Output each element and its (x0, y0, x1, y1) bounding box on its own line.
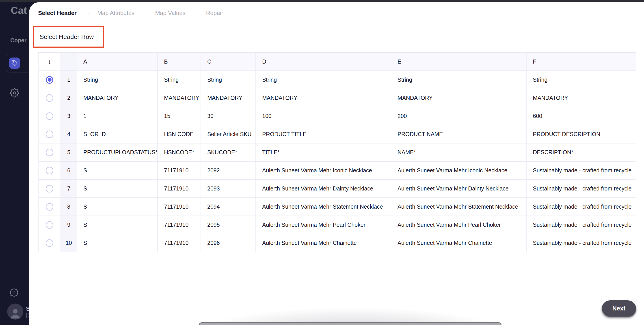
row-select-cell (38, 234, 61, 252)
table-row: 311530100200600 (38, 107, 636, 125)
row-number: 5 (61, 143, 77, 161)
table-cell: S (77, 198, 158, 216)
row-number: 4 (61, 125, 77, 143)
table-cell: HSNCODE* (158, 143, 201, 161)
table-cell: Sustainably made - crafted from recycle (526, 162, 636, 179)
table-cell: DESCRIPTION* (526, 143, 636, 161)
table-cell: String (256, 71, 391, 89)
breadcrumb: Select Header → Map Attributes → Map Val… (38, 9, 223, 16)
table-cell: Aulerth Suneet Varma Mehr Iconic Necklac… (391, 162, 526, 179)
arrow-right-icon: → (84, 9, 90, 16)
breadcrumb-step-select-header[interactable]: Select Header (38, 10, 77, 16)
table-cell: HSN CODE (158, 125, 201, 143)
column-header-d: D (256, 53, 391, 70)
gear-icon (10, 88, 19, 98)
table-cell: Aulerth Suneet Varma Mehr Pearl Choker (256, 216, 391, 234)
table-cell: String (158, 71, 201, 89)
footer-divider (29, 290, 644, 290)
sidebar-divider (6, 29, 19, 29)
row-radio[interactable] (46, 221, 53, 229)
table-cell: Sustainably made - crafted from recycle (526, 234, 636, 252)
row-select-cell (38, 107, 61, 125)
row-number: 1 (61, 71, 77, 89)
table-cell: 100 (256, 107, 391, 125)
table-cell: 15 (158, 107, 201, 125)
page-title-highlight-box: Select Header Row (33, 26, 104, 48)
table-row: 6S711719102092Aulerth Suneet Varma Mehr … (38, 162, 636, 180)
column-header-b: B (158, 53, 201, 70)
row-radio[interactable] (46, 167, 53, 174)
table-cell: Aulerth Suneet Varma Mehr Dainty Necklac… (391, 180, 526, 197)
table-cell: S (77, 162, 158, 179)
row-radio[interactable] (46, 130, 53, 138)
row-radio[interactable] (46, 149, 53, 156)
table-cell: 71171910 (158, 162, 201, 179)
row-number: 6 (61, 162, 77, 179)
table-cell: Sustainably made - crafted from recycle (526, 180, 636, 197)
table-cell: S (77, 180, 158, 197)
table-cell: 2095 (201, 216, 256, 234)
row-radio[interactable] (46, 203, 53, 211)
table-cell: String (391, 71, 526, 89)
table-cell: String (77, 71, 158, 89)
table-cell: 600 (526, 107, 636, 125)
table-cell: 200 (391, 107, 526, 125)
sidebar-divider (6, 78, 19, 78)
tag-icon (9, 57, 20, 69)
row-select-cell (38, 89, 61, 107)
row-select-cell (38, 162, 61, 179)
page-title: Select Header Row (40, 33, 94, 40)
table-cell: PRODUCT NAME (391, 125, 526, 143)
next-button[interactable]: Next (602, 300, 636, 317)
table-cell: PRODUCTUPLOADSTATUS* (77, 143, 158, 161)
row-radio[interactable] (46, 239, 53, 247)
breadcrumb-step-map-attributes[interactable]: Map Attributes (97, 10, 134, 16)
column-header-e: E (391, 53, 526, 70)
table-cell: 71171910 (158, 198, 201, 216)
sidebar-user[interactable]: S [D (7, 304, 31, 320)
table-row: 8S711719102094Aulerth Suneet Varma Mehr … (38, 198, 636, 216)
row-radio[interactable] (46, 112, 53, 120)
table-cell: PRODUCT DESCRIPTION (526, 125, 636, 143)
row-radio-selected[interactable] (46, 76, 53, 84)
table-row: 10S711719102096Aulerth Suneet Varma Mehr… (38, 234, 636, 252)
table-cell: S (77, 234, 158, 252)
table-cell: MANDATORY (158, 89, 201, 107)
table-row: 1StringStringStringStringStringString (38, 71, 636, 89)
table-row: 2MANDATORYMANDATORYMANDATORYMANDATORYMAN… (38, 89, 636, 107)
chat-bubble-icon (9, 287, 19, 298)
arrow-right-icon: → (193, 9, 199, 16)
table-cell: MANDATORY (201, 89, 256, 107)
row-select-cell (38, 71, 61, 89)
table-cell: 30 (201, 107, 256, 125)
row-select-cell (38, 198, 61, 216)
arrow-right-icon: → (142, 9, 148, 16)
table-cell: Aulerth Suneet Varma Mehr Chainette (256, 234, 391, 252)
table-row: 9S711719102095Aulerth Suneet Varma Mehr … (38, 216, 636, 234)
column-header-a: A (77, 53, 158, 70)
table-cell: SKUCODE* (201, 143, 256, 161)
row-select-cell (38, 216, 61, 234)
table-cell: Sustainably made - crafted from recycle (526, 198, 636, 216)
arrow-down-icon: ↓ (48, 58, 51, 66)
table-cell: PRODUCT TITLE (256, 125, 391, 143)
table-cell: Aulerth Suneet Varma Mehr Dainty Necklac… (256, 180, 391, 197)
table-cell: String (526, 71, 636, 89)
table-cell: Aulerth Suneet Varma Mehr Statement Neck… (256, 198, 391, 216)
column-header-c: C (201, 53, 256, 70)
table-row: 5PRODUCTUPLOADSTATUS*HSNCODE*SKUCODE*TIT… (38, 143, 636, 162)
sidebar-section-label: Coper (10, 37, 26, 44)
breadcrumb-step-map-values[interactable]: Map Values (155, 10, 185, 16)
table-cell: Aulerth Suneet Varma Mehr Statement Neck… (391, 198, 526, 216)
row-radio[interactable] (46, 94, 53, 102)
row-select-cell (38, 125, 61, 143)
table-cell: TITLE* (256, 143, 391, 161)
row-select-cell (38, 180, 61, 197)
table-row: 7S711719102093Aulerth Suneet Varma Mehr … (38, 180, 636, 198)
row-number: 7 (61, 180, 77, 197)
row-number-column-header (61, 53, 77, 70)
window-top-strip (0, 0, 644, 2)
breadcrumb-step-repair[interactable]: Repair (206, 10, 224, 16)
row-radio[interactable] (46, 185, 53, 193)
column-header-f: F (526, 53, 636, 70)
